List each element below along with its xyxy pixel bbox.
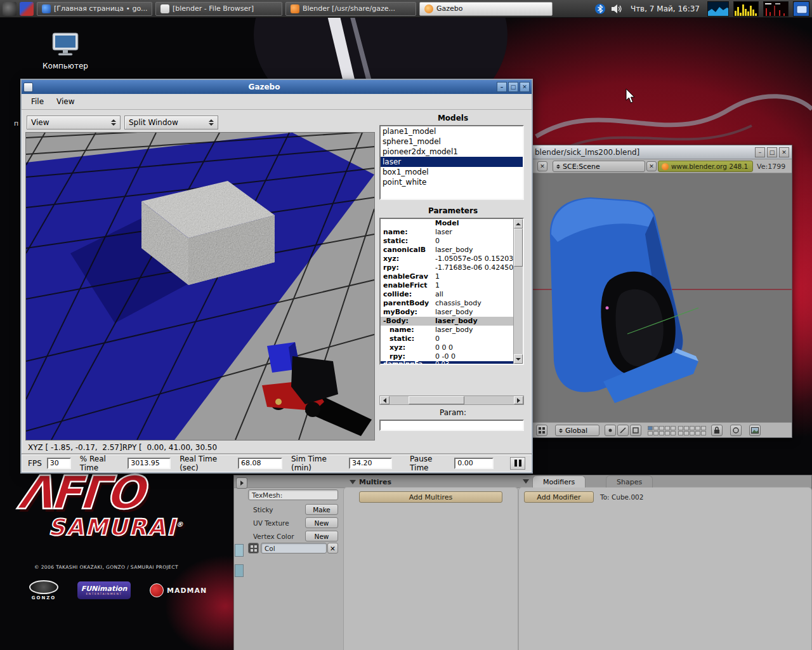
param-row[interactable]: canonicalBlaser_body <box>381 246 513 255</box>
proportional-edit-icon[interactable] <box>730 425 742 436</box>
taskbar-item-browser[interactable]: [Главная страница • go... <box>37 2 152 16</box>
param-row[interactable]: enableGrav1 <box>381 272 513 281</box>
param-row-clipped[interactable]: dampingFa0.03 <box>381 361 513 364</box>
menu-file[interactable]: File <box>25 95 49 108</box>
tab-shapes[interactable]: Shapes <box>606 475 653 488</box>
list-item[interactable]: plane1_model <box>381 126 523 136</box>
add-multires-button[interactable]: Add Multires <box>359 491 502 503</box>
cpu-monitor-applet[interactable] <box>733 1 759 17</box>
scrollbar-track[interactable] <box>390 396 409 404</box>
minimize-button[interactable]: – <box>755 147 765 157</box>
close-button[interactable]: ✕ <box>520 82 530 92</box>
panel-side-button-2[interactable] <box>235 564 244 577</box>
vcol-grid-icon[interactable] <box>248 543 259 554</box>
list-item[interactable]: sphere1_model <box>381 136 523 147</box>
param-row[interactable]: enableFrict1 <box>381 281 513 290</box>
new-uv-button[interactable]: New <box>305 517 338 528</box>
param-input[interactable] <box>379 420 524 431</box>
panel-align-icon[interactable] <box>236 477 247 489</box>
layer-buttons-right[interactable] <box>678 426 706 435</box>
texmesh-field[interactable]: TexMesh: <box>248 489 338 500</box>
make-sticky-button[interactable]: Make <box>305 504 338 515</box>
fps-field[interactable]: 30 <box>47 458 71 469</box>
gazebo-titlebar[interactable]: Gazebo – □ ✕ <box>22 80 532 94</box>
param-row[interactable]: name:laser_body <box>381 326 513 335</box>
layer-buttons-left[interactable] <box>648 426 676 435</box>
scroll-down-arrow[interactable] <box>514 354 523 364</box>
param-row[interactable]: rpy:0 -0 0 <box>381 352 513 361</box>
bluetooth-icon[interactable] <box>594 3 606 15</box>
close-button[interactable]: ✕ <box>779 147 789 157</box>
view-mode-combo[interactable]: View <box>27 116 121 129</box>
col-field[interactable]: Col <box>261 543 327 554</box>
param-row[interactable]: collide:all <box>381 290 513 299</box>
pause-button[interactable] <box>510 457 525 470</box>
real-time-sec-field[interactable]: 68.08 <box>238 458 282 469</box>
collapse-triangle-icon[interactable] <box>523 479 529 484</box>
panel-side-button-1[interactable] <box>235 544 244 557</box>
volume-icon[interactable] <box>610 4 623 14</box>
param-row[interactable]: name:laser <box>381 228 513 237</box>
render-preview-icon[interactable] <box>749 425 761 436</box>
vertical-scrollbar[interactable] <box>513 219 523 364</box>
maximize-button[interactable]: □ <box>508 82 518 92</box>
multires-panel-header[interactable]: Multires <box>350 478 391 486</box>
blender-3dview-window[interactable]: blender/sick_lms200.blend] – □ ✕ ✕ SCE:S… <box>532 145 792 438</box>
minimize-button[interactable]: – <box>497 82 507 92</box>
select-mode-icon[interactable] <box>605 425 616 436</box>
real-time-pct-field[interactable]: 3013.95 <box>128 458 171 469</box>
disk-monitor-applet[interactable] <box>763 1 789 17</box>
taskbar-item-file-browser[interactable]: [blender - File Browser] <box>155 2 282 16</box>
orientation-combo[interactable]: Global <box>555 425 599 436</box>
menu-view[interactable]: View <box>51 95 80 108</box>
face-mode-icon[interactable] <box>630 425 641 436</box>
new-vertex-color-button[interactable]: New <box>305 531 338 541</box>
sim-time-field[interactable]: 34.20 <box>349 458 392 469</box>
add-modifier-button[interactable]: Add Modifier <box>524 491 594 503</box>
blender-titlebar[interactable]: blender/sick_lms200.blend] – □ ✕ <box>532 145 792 159</box>
scene-selector[interactable]: SCE:Scene <box>553 161 645 172</box>
edge-mode-icon[interactable] <box>617 425 629 436</box>
param-row[interactable]: xyz:0 0 0 <box>381 343 513 352</box>
window-menu-icon[interactable] <box>23 83 33 92</box>
list-item[interactable]: point_white <box>381 177 523 187</box>
horizontal-scrollbar[interactable] <box>379 395 524 405</box>
viewport-menu-icon[interactable] <box>536 425 547 436</box>
clock[interactable]: Чтв, 7 Май, 16:37 <box>627 4 703 13</box>
blender-buttons-window[interactable]: TexMesh: Sticky Make UV Texture New Vert… <box>233 475 812 650</box>
scroll-up-arrow[interactable] <box>514 219 523 229</box>
desktop-icon-computer[interactable]: Компьютер <box>37 32 94 70</box>
param-row[interactable]: rpy:-1.71683e-06 0.42450 <box>381 263 513 272</box>
network-monitor-applet[interactable] <box>707 1 729 17</box>
param-row[interactable]: myBody:laser_body <box>381 308 513 317</box>
pause-time-field[interactable]: 0.00 <box>454 458 494 469</box>
header-close-icon[interactable]: ✕ <box>537 161 547 171</box>
list-item[interactable]: box1_model <box>381 167 523 177</box>
lock-icon[interactable] <box>711 425 723 436</box>
scroll-right-arrow[interactable] <box>514 396 523 404</box>
screenshot-tool-icon[interactable] <box>793 1 809 17</box>
param-row[interactable]: xyz:-1.05057e-05 0.15203 <box>381 255 513 263</box>
scroll-left-arrow[interactable] <box>380 396 390 404</box>
taskbar-item-gazebo[interactable]: Gazebo <box>419 2 553 16</box>
list-item[interactable]: pioneer2dx_model1 <box>381 147 523 157</box>
param-row[interactable]: parentBodychassis_body <box>381 299 513 308</box>
gazebo-3d-viewport[interactable] <box>25 132 375 441</box>
param-row-highlighted[interactable]: -Body:laser_body <box>381 317 513 326</box>
list-item-selected[interactable]: laser <box>381 157 523 167</box>
gazebo-window[interactable]: Gazebo – □ ✕ File View View Split Window <box>20 79 533 474</box>
taskbar-item-blender[interactable]: Blender [/usr/share/gaze... <box>285 2 416 16</box>
scrollbar-thumb[interactable] <box>409 396 464 404</box>
blender-3d-viewport[interactable] <box>532 173 792 422</box>
param-row[interactable]: static:0 <box>381 335 513 343</box>
launcher-icon-2[interactable] <box>20 2 34 16</box>
split-window-combo[interactable]: Split Window <box>124 116 218 129</box>
scrollbar-track[interactable] <box>464 396 514 404</box>
scrollbar-track[interactable] <box>514 267 523 354</box>
launcher-icon-1[interactable] <box>3 2 16 16</box>
param-row[interactable]: static:0 <box>381 237 513 246</box>
tab-modifiers[interactable]: Modifiers <box>532 475 586 488</box>
col-delete-button[interactable]: ✕ <box>327 543 338 554</box>
scrollbar-thumb[interactable] <box>514 229 523 267</box>
scene-delete-icon[interactable]: ✕ <box>646 161 657 171</box>
